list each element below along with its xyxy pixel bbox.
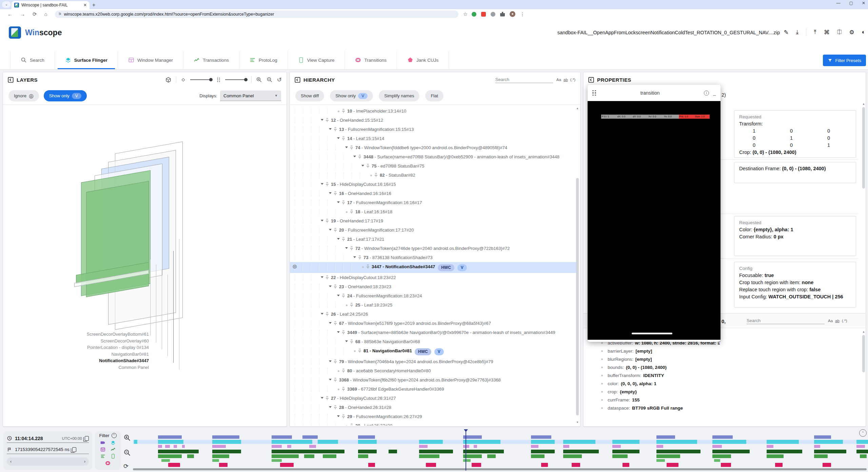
hierarchy-node-22[interactable]: 22 - HideDisplayCutout:18:23#22	[290, 273, 576, 282]
collapse-panel-icon[interactable]	[295, 77, 300, 83]
expand-arrow-icon[interactable]	[327, 191, 333, 194]
trace-entry-block[interactable]	[182, 445, 185, 448]
hierarchy-node-3449[interactable]: 3449 - Surface(name=885b63e NavigationBa…	[290, 328, 576, 337]
timeline-cursor[interactable]	[466, 430, 466, 471]
ignore-button[interactable]: Ignore ◎	[8, 90, 39, 101]
trace-entry-block[interactable]	[472, 463, 481, 467]
tab-search-button[interactable]: ⌄	[2, 1, 11, 8]
show-only-button[interactable]: Show only V	[330, 90, 373, 101]
trace-tab-jank-cujs[interactable]: Jank CUJs	[397, 51, 449, 69]
expand-arrow-icon[interactable]	[335, 236, 341, 240]
hierarchy-node-28[interactable]: 28 - OneHanded:26:31#28	[290, 403, 576, 412]
protolog-track[interactable]	[133, 459, 868, 462]
pin-icon[interactable]	[325, 311, 331, 316]
trace-entry-block[interactable]	[531, 450, 555, 453]
download-icon[interactable]: ⤓	[796, 29, 799, 36]
trace-entry-block[interactable]	[531, 454, 545, 458]
trace-entry-block[interactable]	[712, 445, 722, 448]
properties-scrollbar[interactable]: ▲	[862, 102, 866, 340]
trace-entry-block[interactable]	[656, 435, 675, 439]
expand-arrow-icon[interactable]	[327, 405, 333, 408]
bookmark-star-icon[interactable]: ☆	[463, 11, 468, 17]
property-item[interactable]: bufferTransform:IDENTITY	[584, 371, 862, 379]
layer-label[interactable]: NavigationBar0#81	[40, 351, 149, 358]
trace-entry-block[interactable]	[212, 450, 241, 453]
trace-entry-block[interactable]	[358, 454, 368, 458]
hierarchy-node-10[interactable]: 10 - ImePlaceholder:13:14#10	[290, 106, 576, 116]
trace-entry-block[interactable]	[656, 459, 665, 462]
trace-entry-block[interactable]	[667, 463, 678, 467]
pin-icon[interactable]	[358, 348, 363, 353]
trace-entry-block[interactable]	[712, 450, 750, 453]
hierarchy-node-27[interactable]: 27 - HideDisplayCutout:26:31#27	[290, 394, 576, 403]
trace-entry-block[interactable]	[272, 454, 299, 458]
trace-entry-block[interactable]	[272, 450, 344, 453]
profile-avatar[interactable]: ●	[510, 11, 515, 17]
layer-label[interactable]: Common Panel	[40, 364, 149, 371]
hierarchy-scrollbar[interactable]: ▲ ▼	[575, 107, 579, 424]
trace-entry-block[interactable]	[272, 459, 282, 462]
expand-arrow-icon[interactable]	[335, 330, 341, 333]
regex-toggle[interactable]: (.*)	[570, 78, 575, 82]
expand-arrow-icon[interactable]	[327, 126, 333, 130]
hierarchy-node-74[interactable]: 74 - WindowToken{fdddbe6 type=2000 andro…	[290, 143, 576, 152]
view-capture-toggle-icon[interactable]	[111, 454, 116, 459]
pin-icon[interactable]	[325, 117, 331, 122]
dark-mode-icon[interactable]: ◐	[862, 29, 865, 36]
trace-entry-block[interactable]	[212, 459, 219, 462]
tab-close-icon[interactable]: ✕	[83, 3, 87, 7]
expand-arrow-icon[interactable]	[327, 377, 333, 380]
pin-icon[interactable]	[341, 414, 347, 419]
trace-entry-block[interactable]	[712, 435, 733, 439]
expand-arrow-icon[interactable]	[327, 284, 333, 287]
trace-entry-block[interactable]	[612, 445, 621, 448]
pin-icon[interactable]	[341, 368, 347, 373]
protolog-toggle-icon[interactable]	[100, 454, 105, 459]
timeline-hscroll[interactable]: ‹ ›	[7, 457, 89, 466]
trace-entry-block[interactable]	[168, 463, 180, 467]
match-case-toggle[interactable]: Aa	[556, 78, 561, 82]
displays-select[interactable]: Common Panel ▼	[220, 91, 281, 101]
expand-arrow-icon[interactable]	[335, 293, 341, 296]
collapse-panel-icon[interactable]	[588, 77, 594, 83]
expand-timeline-icon[interactable]: ⌃	[859, 429, 867, 437]
hierarchy-node-72[interactable]: 72 - WindowToken{a2746de type=2040 andro…	[290, 244, 576, 253]
trace-entry-block[interactable]	[856, 445, 865, 448]
hierarchy-node-26[interactable]: 26 - Leaf:24:25#26	[290, 310, 576, 319]
trace-entry-block[interactable]	[272, 435, 292, 439]
filter-presets-button[interactable]: Filter Presets	[823, 55, 866, 66]
home-icon[interactable]: ⌂	[44, 11, 47, 17]
trace-entry-block[interactable]	[272, 440, 312, 444]
pin-icon[interactable]	[341, 386, 347, 391]
trace-entry-block[interactable]	[487, 454, 496, 458]
pin-icon[interactable]	[341, 293, 347, 298]
hierarchy-node-75[interactable]: 75 - ed70f88 StatusBar#75	[290, 161, 576, 171]
url-bar[interactable]: ⚞ winscope.teams.x20web.corp.google.com/…	[55, 11, 458, 18]
docs-icon[interactable]: ⎅	[837, 29, 842, 36]
trace-entry-block[interactable]	[767, 450, 802, 453]
trace-entry-block[interactable]	[389, 450, 397, 453]
transitions-track[interactable]	[133, 435, 868, 439]
hierarchy-node-15[interactable]: 15 - HideDisplayCutout:16:16#15	[290, 180, 576, 189]
rotation-slider[interactable]	[190, 79, 212, 80]
hierarchy-node-3369[interactable]: 3369 - 67726bf EdgeBackGestureHandler0#3…	[290, 385, 576, 394]
hierarchy-node-24[interactable]: 24 - FullscreenMagnification:18:23#24	[290, 291, 576, 300]
window-manager-toggle-icon[interactable]	[100, 447, 105, 452]
trace-entry-block[interactable]	[358, 440, 377, 444]
zoom-out-icon[interactable]	[267, 77, 273, 83]
hierarchy-node-14[interactable]: 14 - Leaf:15:15#14	[290, 134, 576, 143]
trace-entry-block[interactable]	[612, 440, 639, 444]
copy-icon[interactable]	[85, 436, 89, 441]
trace-entry-block[interactable]	[572, 463, 580, 467]
surface-flinger-track[interactable]	[133, 450, 868, 453]
scroll-right-icon[interactable]: ›	[84, 459, 85, 464]
trace-entry-block[interactable]	[272, 445, 282, 448]
extension-icon-green[interactable]	[472, 12, 476, 17]
trace-entry-block[interactable]	[721, 463, 731, 467]
pin-icon[interactable]	[333, 405, 339, 410]
pin-icon[interactable]	[333, 320, 339, 326]
trace-entry-block[interactable]	[563, 440, 595, 444]
hierarchy-node-3447[interactable]: ◎3447 - NotificationShade#3447HWCV	[290, 262, 576, 273]
hierarchy-node-20[interactable]: 20 - FullscreenMagnification:17:17#20	[290, 225, 576, 235]
trace-entry-block[interactable]	[219, 463, 228, 467]
